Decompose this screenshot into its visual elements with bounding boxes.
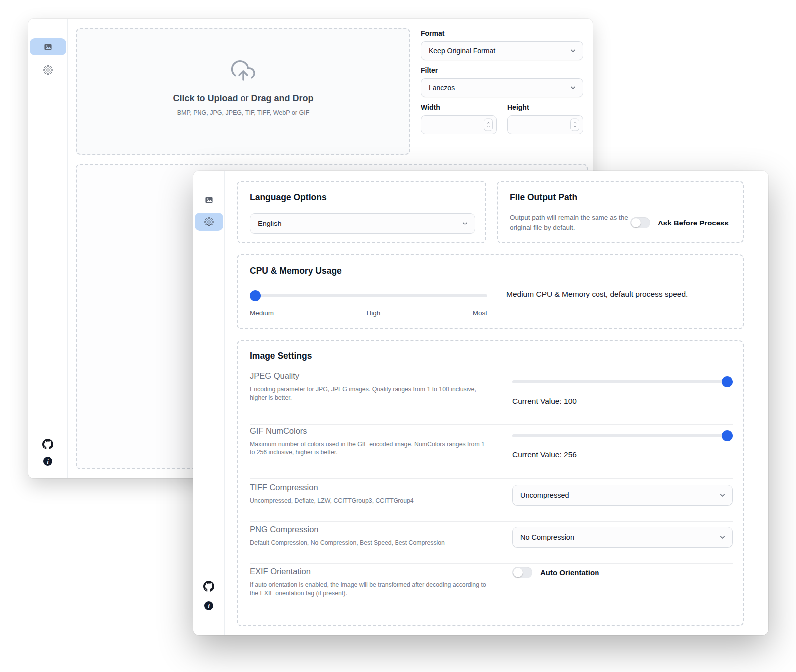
row-title: TIFF Compression xyxy=(250,483,488,492)
chevron-down-icon xyxy=(719,492,726,499)
auto-orientation-toggle[interactable] xyxy=(512,567,532,578)
cpu-status-text: Medium CPU & Memory cost, default proces… xyxy=(506,290,688,299)
section-title: CPU & Memory Usage xyxy=(250,266,342,276)
info-icon: i xyxy=(43,457,52,466)
upload-title: Click to Upload or Drag and Drop xyxy=(77,93,409,104)
png-compression-info: PNG Compression Default Compression, No … xyxy=(250,525,488,547)
tiff-compression-info: TIFF Compression Uncompressed, Deflate, … xyxy=(250,483,488,505)
slider-track xyxy=(512,434,733,437)
row-divider xyxy=(250,521,733,522)
ask-before-process-row: Ask Before Process xyxy=(630,217,729,228)
cpu-slider-ticks: Medium High Most xyxy=(250,309,487,317)
upload-supported-formats: BMP, PNG, JPG, JPEG, TIF, TIFF, WebP or … xyxy=(77,109,409,116)
section-title: Image Settings xyxy=(250,351,312,361)
row-divider xyxy=(250,478,733,479)
tick-label-most: Most xyxy=(473,309,487,317)
sidebar-item-settings[interactable] xyxy=(195,213,223,231)
row-title: PNG Compression xyxy=(250,525,488,534)
cloud-upload-icon xyxy=(231,59,255,83)
jpeg-quality-info: JPEG Quality Encoding parameter for JPG,… xyxy=(250,371,488,402)
gif-numcolors-info: GIF NumColors Maximum number of colors u… xyxy=(250,426,488,456)
file-output-path-section: File Output Path Output path will remain… xyxy=(497,181,744,243)
tick-label-medium: Medium xyxy=(250,309,274,317)
language-options-section: Language Options English xyxy=(237,181,486,243)
filter-select-value: Lanczos xyxy=(429,84,455,92)
width-label: Width xyxy=(421,103,497,112)
jpeg-quality-control: Current Value: 100 xyxy=(512,376,733,406)
slider-track xyxy=(512,380,733,383)
info-icon: i xyxy=(204,601,213,610)
tiff-compression-select[interactable]: Uncompressed xyxy=(512,485,733,506)
chevron-down-icon xyxy=(461,220,469,227)
row-title: JPEG Quality xyxy=(250,371,488,381)
slider-thumb[interactable] xyxy=(722,376,733,387)
ask-before-process-toggle[interactable] xyxy=(630,217,650,228)
toggle-label: Ask Before Process xyxy=(658,219,729,227)
height-label: Height xyxy=(507,103,583,112)
slider-track xyxy=(250,294,487,297)
image-settings-section: Image Settings JPEG Quality Encoding par… xyxy=(237,340,744,626)
sidebar-item-settings[interactable] xyxy=(30,61,66,78)
slider-thumb[interactable] xyxy=(250,290,261,301)
current-value: Current Value: 256 xyxy=(512,450,733,459)
stepper-control[interactable] xyxy=(484,119,493,131)
png-compression-control: No Compression xyxy=(512,527,733,548)
slider-thumb[interactable] xyxy=(722,430,733,441)
image-icon xyxy=(44,43,52,51)
format-select-value: Keep Original Format xyxy=(429,47,495,55)
filter-select[interactable]: Lanczos xyxy=(421,78,583,97)
language-select-value: English xyxy=(258,220,282,227)
sidebar-item-images[interactable] xyxy=(195,191,223,209)
row-description: Encoding parameter for JPG, JPEG images.… xyxy=(250,385,488,402)
row-divider xyxy=(250,424,733,425)
row-title: GIF NumColors xyxy=(250,426,488,436)
exif-orientation-info: EXIF Orientation If auto orientation is … xyxy=(250,567,488,597)
stepper-control[interactable] xyxy=(570,119,579,131)
github-icon xyxy=(42,439,53,449)
about-button[interactable]: i xyxy=(43,456,53,466)
chevron-down-icon xyxy=(569,84,577,92)
settings-window: i Language Options English File Output P… xyxy=(193,171,768,635)
about-button[interactable]: i xyxy=(204,601,214,611)
current-value: Current Value: 100 xyxy=(512,397,733,406)
conversion-options-panel: Format Keep Original Format Filter Lancz… xyxy=(421,29,583,134)
row-divider xyxy=(250,563,733,564)
format-select[interactable]: Keep Original Format xyxy=(421,41,583,60)
filter-label: Filter xyxy=(421,66,583,75)
row-description: If auto orientation is enabled, the imag… xyxy=(250,581,488,597)
section-title: File Output Path xyxy=(510,192,577,203)
row-description: Uncompressed, Deflate, LZW, CCITTGroup3,… xyxy=(250,497,488,505)
output-path-description: Output path will remain the same as the … xyxy=(510,212,629,233)
upload-dropzone[interactable]: Click to Upload or Drag and Drop BMP, PN… xyxy=(76,28,410,155)
toggle-knob xyxy=(513,568,523,577)
sidebar-item-images[interactable] xyxy=(30,38,66,55)
tiff-compression-control: Uncompressed xyxy=(512,485,733,506)
png-select-value: No Compression xyxy=(520,533,574,541)
language-select[interactable]: English xyxy=(250,213,475,234)
tiff-select-value: Uncompressed xyxy=(520,491,569,499)
github-icon xyxy=(203,581,214,592)
sidebar: i xyxy=(28,19,68,478)
toggle-label: Auto Orientation xyxy=(540,568,599,577)
image-icon xyxy=(205,196,213,204)
cpu-memory-section: CPU & Memory Usage Medium High Most Medi… xyxy=(237,254,744,329)
toggle-knob xyxy=(631,218,641,227)
gear-icon xyxy=(204,217,214,226)
sidebar: i xyxy=(193,171,225,635)
png-compression-select[interactable]: No Compression xyxy=(512,527,733,548)
tick-label-high: High xyxy=(366,309,380,317)
chevron-down-icon xyxy=(719,534,726,541)
format-label: Format xyxy=(421,29,583,38)
gif-numcolors-slider[interactable] xyxy=(512,430,733,441)
github-link[interactable] xyxy=(203,580,215,592)
github-link[interactable] xyxy=(42,438,54,450)
exif-orientation-control: Auto Orientation xyxy=(512,567,733,578)
gif-numcolors-control: Current Value: 256 xyxy=(512,430,733,459)
row-description: Default Compression, No Compression, Bes… xyxy=(250,539,488,547)
row-description: Maximum number of colors used in the GIF… xyxy=(250,440,488,456)
chevron-down-icon xyxy=(569,47,577,55)
section-title: Language Options xyxy=(250,192,327,203)
gear-icon xyxy=(43,65,53,75)
cpu-memory-slider[interactable] xyxy=(250,290,487,301)
jpeg-quality-slider[interactable] xyxy=(512,376,733,387)
